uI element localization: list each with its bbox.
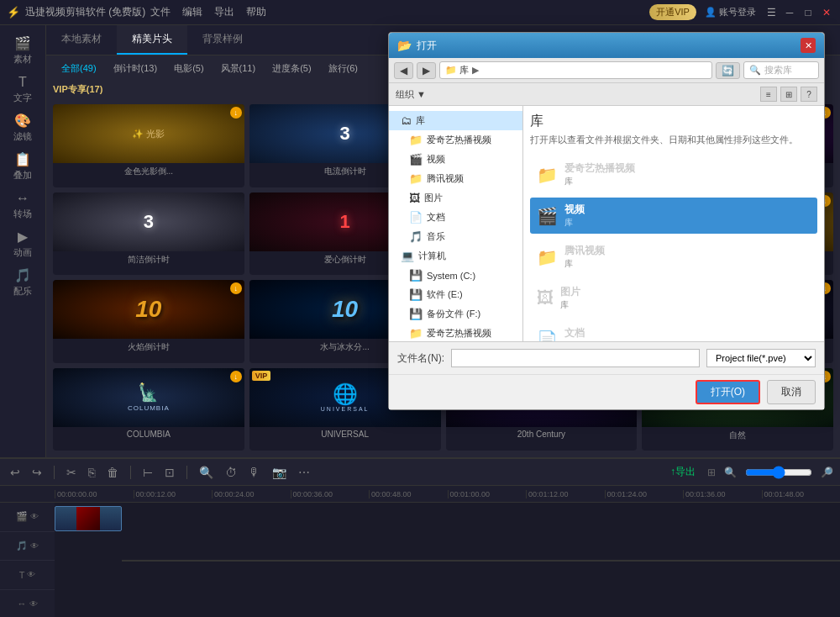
undo-button[interactable]: ↩ bbox=[7, 464, 24, 481]
track-eye-audio[interactable]: 👁 bbox=[30, 541, 39, 551]
organize-button[interactable]: 组织 ▼ bbox=[396, 88, 426, 101]
search-box[interactable]: 🔍 搜索库 bbox=[743, 61, 819, 79]
sidebar-item-overlay[interactable]: 📋 叠加 bbox=[2, 148, 44, 185]
tree-item-video[interactable]: 🎬 视频 bbox=[389, 150, 522, 169]
view-grid-button[interactable]: ⊞ bbox=[780, 87, 797, 102]
tree-item-drive-f[interactable]: 💾 备份文件 (F:) bbox=[389, 304, 522, 324]
track-eye-transition[interactable]: 👁 bbox=[29, 599, 38, 609]
timeline-area: ↩ ↪ ✂ ⎘ 🗑 ⊢ ⊡ 🔍 ⏱ 🎙 📷 ⋯ ↑导出 ⊞ 🔍 🔎 00:00:… bbox=[0, 457, 840, 617]
tree-item-documents[interactable]: 📄 文档 bbox=[389, 208, 522, 227]
filter-travel[interactable]: 旅行(6) bbox=[320, 61, 366, 76]
tree-item-iqiyi[interactable]: 📁 爱奇艺热播视频 bbox=[389, 130, 522, 150]
more-button[interactable]: ⋯ bbox=[295, 464, 313, 481]
tree-item-tencent[interactable]: 📁 腾讯视频 bbox=[389, 169, 522, 188]
tab-background[interactable]: 背景样例 bbox=[187, 25, 258, 55]
dialog-main-content: 库 打开库以查看文件并根据文件夹、日期和其他属性排列这些文件。 📁 爱奇艺热播视… bbox=[523, 106, 824, 341]
open-button[interactable]: 打开(O) bbox=[696, 380, 760, 404]
timeline-view-toggle[interactable]: ⊞ bbox=[707, 467, 716, 478]
camera-button[interactable]: 📷 bbox=[269, 464, 290, 481]
dialog-titlebar: 📂 打开 ✕ bbox=[389, 33, 824, 58]
tab-premium[interactable]: 精美片头 bbox=[117, 25, 187, 55]
track-eye-video[interactable]: 👁 bbox=[30, 512, 39, 521]
mic-button[interactable]: 🎙 bbox=[245, 464, 264, 481]
maximize-button[interactable]: □ bbox=[801, 6, 815, 19]
refresh-button[interactable]: 🔄 bbox=[716, 62, 740, 79]
tree-item-music[interactable]: 🎵 音乐 bbox=[389, 227, 522, 246]
view-list-button[interactable]: ≡ bbox=[760, 87, 777, 102]
filter-icon: 🎨 bbox=[14, 113, 31, 129]
account-button[interactable]: 👤 账号登录 bbox=[705, 6, 756, 18]
filter-progress[interactable]: 进度条(5) bbox=[264, 61, 319, 76]
sidebar-item-filter[interactable]: 🎨 滤镜 bbox=[2, 109, 44, 146]
zoom-in-button[interactable]: 🔍 bbox=[196, 464, 217, 481]
file-item-documents[interactable]: 📄 文档 库 bbox=[530, 321, 817, 341]
file-type: 库 bbox=[564, 176, 635, 187]
cancel-button[interactable]: 取消 bbox=[767, 380, 816, 404]
separator bbox=[130, 466, 131, 479]
file-item-iqiyi[interactable]: 📁 爱奇艺热播视频 库 bbox=[530, 156, 817, 192]
sidebar-item-material[interactable]: 🎬 素材 bbox=[2, 32, 44, 69]
list-item[interactable]: 3 简洁倒计时 bbox=[53, 192, 244, 276]
dialog-close-button[interactable]: ✕ bbox=[801, 38, 816, 53]
vip-button[interactable]: 开通VIP bbox=[649, 4, 696, 20]
timeline-tracks: 🎬 👁 🎵 👁 T 👁 ↔ 👁 bbox=[0, 503, 840, 617]
menu-edit[interactable]: 编辑 bbox=[182, 5, 202, 19]
filter-landscape[interactable]: 风景(11) bbox=[213, 61, 265, 76]
zoom-slider[interactable] bbox=[745, 466, 812, 479]
menu-export[interactable]: 导出 bbox=[214, 5, 234, 19]
forward-button[interactable]: ▶ bbox=[417, 62, 436, 79]
filter-countdown[interactable]: 倒计时(13) bbox=[105, 61, 166, 76]
path-arrow: ▶ bbox=[472, 65, 479, 76]
track-line bbox=[122, 560, 840, 562]
copy-button[interactable]: ⎘ bbox=[85, 464, 98, 481]
sidebar-item-transition[interactable]: ↔ 转场 bbox=[2, 187, 44, 224]
crop-button[interactable]: ⊡ bbox=[161, 464, 178, 481]
path-breadcrumb[interactable]: 📁 库 ▶ bbox=[439, 61, 712, 79]
filetype-select[interactable]: Project file(*.pve) bbox=[706, 349, 816, 367]
ruler-mark: 00:00:36.00 bbox=[291, 490, 370, 498]
tree-item-drive-e[interactable]: 💾 软件 (E:) bbox=[389, 285, 522, 304]
list-item[interactable]: 10 ↓ 火焰倒计时 bbox=[53, 280, 244, 363]
columbia-scene: 🗽 COLUMBIA bbox=[128, 382, 170, 412]
filter-movie[interactable]: 电影(5) bbox=[165, 61, 212, 76]
tab-local[interactable]: 本地素材 bbox=[46, 25, 117, 55]
export-button[interactable]: ↑导出 bbox=[670, 465, 696, 479]
cut-button[interactable]: ✂ bbox=[63, 464, 80, 481]
menu-file[interactable]: 文件 bbox=[150, 5, 171, 19]
dialog-title: 打开 bbox=[417, 39, 437, 53]
back-button[interactable]: ◀ bbox=[394, 62, 413, 79]
sidebar-item-music[interactable]: 🎵 配乐 bbox=[2, 264, 44, 301]
iqiyi-file-icon: 📁 bbox=[537, 165, 558, 185]
tree-label: 爱奇艺热播视频 bbox=[427, 134, 491, 146]
delete-button[interactable]: 🗑 bbox=[103, 464, 122, 481]
timer-button[interactable]: ⏱ bbox=[222, 464, 240, 481]
sidebar-item-text[interactable]: T 文字 bbox=[2, 71, 44, 108]
sidebar-item-animation[interactable]: ▶ 动画 bbox=[2, 225, 44, 262]
iqiyi-icon: 📁 bbox=[409, 134, 423, 146]
menu-help[interactable]: 帮助 bbox=[246, 5, 266, 19]
file-item-video[interactable]: 🎬 视频 库 bbox=[530, 198, 817, 234]
tree-item-drive-c[interactable]: 💾 System (C:) bbox=[389, 266, 522, 285]
list-item[interactable]: ✨ 光影 ↓ 金色光影倒... bbox=[53, 104, 244, 187]
file-item-pictures[interactable]: 🖼 图片 库 bbox=[530, 280, 817, 316]
tree-item-computer[interactable]: 💻 计算机 bbox=[389, 246, 522, 266]
menu-icon[interactable]: ☰ bbox=[764, 6, 778, 19]
separator bbox=[54, 466, 55, 479]
help-button[interactable]: ? bbox=[801, 87, 817, 102]
redo-button[interactable]: ↪ bbox=[29, 464, 45, 481]
tree-item-iqiyi2[interactable]: 📁 爱奇艺热播视频 bbox=[389, 324, 522, 341]
video-clip[interactable] bbox=[55, 506, 122, 531]
file-info: 爱奇艺热播视频 库 bbox=[564, 161, 635, 187]
filter-all[interactable]: 全部(49) bbox=[53, 61, 105, 76]
tree-item-library[interactable]: 🗂 库 bbox=[389, 111, 522, 130]
split-button[interactable]: ⊢ bbox=[139, 464, 156, 481]
file-item-tencent[interactable]: 📁 腾讯视频 库 bbox=[530, 239, 817, 275]
tree-item-pictures[interactable]: 🖼 图片 bbox=[389, 188, 522, 208]
list-item[interactable]: 🗽 COLUMBIA ↓ COLUMBIA bbox=[53, 368, 244, 451]
pictures-file-icon: 🖼 bbox=[537, 288, 554, 308]
filename-input[interactable] bbox=[451, 349, 700, 367]
track-eye-text[interactable]: 👁 bbox=[27, 570, 35, 579]
ruler-mark: 00:01:36.00 bbox=[683, 490, 762, 498]
minimize-button[interactable]: ─ bbox=[783, 6, 796, 19]
close-button[interactable]: ✕ bbox=[820, 6, 833, 19]
